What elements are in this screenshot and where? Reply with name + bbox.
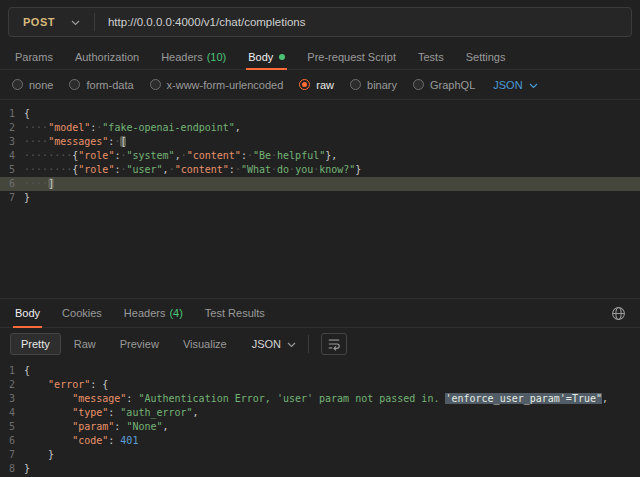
body-mode-options: noneform-datax-www-form-urlencodedrawbin… (12, 79, 475, 91)
tab-label: Pre-request Script (307, 51, 396, 63)
chevron-down-icon (287, 338, 296, 350)
code-line-4[interactable]: 4········{"role":·"system",·"content":·"… (0, 149, 640, 163)
radio-icon (150, 79, 161, 90)
line-number: 6 (0, 177, 24, 191)
line-number: 8 (0, 462, 24, 476)
api-client-window: POST http://0.0.0.0:4000/v1/chat/complet… (0, 0, 640, 477)
code-line-3[interactable]: 3 "message": "Authentication Error, 'use… (0, 392, 640, 406)
code-line-2[interactable]: 2 "error": { (0, 378, 640, 392)
wrap-text-button[interactable] (321, 333, 347, 355)
code-text: ····"messages":·[ (24, 135, 126, 149)
tab-label: Test Results (205, 307, 265, 319)
code-line-4[interactable]: 4 "type": "auth_error", (0, 406, 640, 420)
line-number: 6 (0, 434, 24, 448)
view-tab-label: Visualize (183, 338, 227, 350)
request-tabs: ParamsAuthorizationHeaders(10)BodyPre-re… (0, 44, 640, 70)
code-line-7[interactable]: 7} (0, 191, 640, 205)
response-body-editor[interactable]: 1{2 "error": {3 "message": "Authenticati… (0, 360, 640, 477)
divider (308, 335, 309, 353)
response-view-visualize[interactable]: Visualize (172, 333, 238, 355)
line-number: 1 (0, 107, 24, 121)
tab-label: Headers (161, 51, 203, 63)
tab-label: Body (248, 51, 273, 63)
code-text: "type": "auth_error", (24, 406, 199, 420)
response-view-pretty[interactable]: Pretty (10, 333, 61, 355)
view-tab-label: Preview (120, 338, 159, 350)
code-text: } (24, 448, 54, 462)
code-line-5[interactable]: 5 "param": "None", (0, 420, 640, 434)
radio-icon (350, 79, 361, 90)
body-mode-x-www-form-urlencoded[interactable]: x-www-form-urlencoded (150, 79, 284, 91)
body-mode-binary[interactable]: binary (350, 79, 397, 91)
radio-icon (299, 79, 310, 90)
method-dropdown[interactable]: POST (9, 8, 94, 36)
response-view-row: PrettyRawPreviewVisualize JSON (0, 328, 640, 360)
tab-label: Tests (418, 51, 444, 63)
response-tabs: BodyCookiesHeaders(4)Test Results (4, 299, 601, 327)
request-tab-tests[interactable]: Tests (407, 44, 455, 69)
code-text: ····"model":·"fake-openai-endpoint", (24, 121, 241, 135)
request-body-editor[interactable]: 1{2····"model":·"fake-openai-endpoint",3… (0, 100, 640, 298)
line-number: 4 (0, 149, 24, 163)
request-tab-body[interactable]: Body (237, 44, 296, 69)
request-tab-headers[interactable]: Headers(10) (150, 44, 237, 69)
response-tab-body[interactable]: Body (4, 299, 51, 327)
method-label: POST (23, 16, 55, 28)
radio-icon (12, 79, 23, 90)
request-tab-pre-request-script[interactable]: Pre-request Script (296, 44, 407, 69)
response-tab-headers[interactable]: Headers(4) (113, 299, 194, 327)
code-line-6[interactable]: 6 "code": 401 (0, 434, 640, 448)
body-mode-none[interactable]: none (12, 79, 53, 91)
body-mode-label: raw (316, 79, 334, 91)
radio-icon (413, 79, 424, 90)
code-line-8[interactable]: 8} (0, 462, 640, 476)
request-language-dropdown[interactable]: JSON (493, 79, 537, 91)
tab-label: Authorization (75, 51, 139, 63)
globe-icon[interactable] (601, 306, 636, 321)
code-text: } (24, 462, 30, 476)
response-language-dropdown[interactable]: JSON (252, 338, 296, 350)
code-line-6[interactable]: 6····] (0, 177, 640, 191)
code-text: ····] (24, 177, 54, 191)
response-view-preview[interactable]: Preview (109, 333, 170, 355)
response-view-raw[interactable]: Raw (63, 333, 107, 355)
code-line-7[interactable]: 7 } (0, 448, 640, 462)
response-header: BodyCookiesHeaders(4)Test Results (0, 298, 640, 328)
body-mode-form-data[interactable]: form-data (69, 79, 133, 91)
url-input[interactable]: http://0.0.0.0:4000/v1/chat/completions (95, 16, 631, 28)
tab-count: (4) (169, 307, 182, 319)
body-mode-label: form-data (86, 79, 133, 91)
request-tab-params[interactable]: Params (4, 44, 64, 69)
chevron-down-icon (529, 79, 538, 91)
code-line-3[interactable]: 3····"messages":·[ (0, 135, 640, 149)
view-tab-label: Pretty (21, 338, 50, 350)
code-text: } (24, 191, 30, 205)
line-number: 5 (0, 163, 24, 177)
response-tab-cookies[interactable]: Cookies (51, 299, 113, 327)
response-tab-test-results[interactable]: Test Results (194, 299, 276, 327)
body-mode-label: x-www-form-urlencoded (167, 79, 284, 91)
line-number: 2 (0, 378, 24, 392)
tab-label: Settings (466, 51, 506, 63)
line-number: 2 (0, 121, 24, 135)
request-url-row: POST http://0.0.0.0:4000/v1/chat/complet… (0, 0, 640, 44)
line-number: 7 (0, 191, 24, 205)
code-text: { (24, 107, 30, 121)
code-line-5[interactable]: 5········{"role":·"user",·"content":·"Wh… (0, 163, 640, 177)
response-language-label: JSON (252, 338, 281, 350)
line-number: 7 (0, 448, 24, 462)
code-line-1[interactable]: 1{ (0, 364, 640, 378)
code-text: { (24, 364, 30, 378)
body-mode-label: GraphQL (430, 79, 475, 91)
code-line-1[interactable]: 1{ (0, 107, 640, 121)
view-tab-label: Raw (74, 338, 96, 350)
code-line-2[interactable]: 2····"model":·"fake-openai-endpoint", (0, 121, 640, 135)
chevron-down-icon (71, 16, 80, 28)
body-mode-graphql[interactable]: GraphQL (413, 79, 475, 91)
body-mode-raw[interactable]: raw (299, 79, 334, 91)
line-number: 3 (0, 135, 24, 149)
request-tab-settings[interactable]: Settings (455, 44, 517, 69)
request-tab-authorization[interactable]: Authorization (64, 44, 150, 69)
line-number: 1 (0, 364, 24, 378)
line-number: 5 (0, 420, 24, 434)
